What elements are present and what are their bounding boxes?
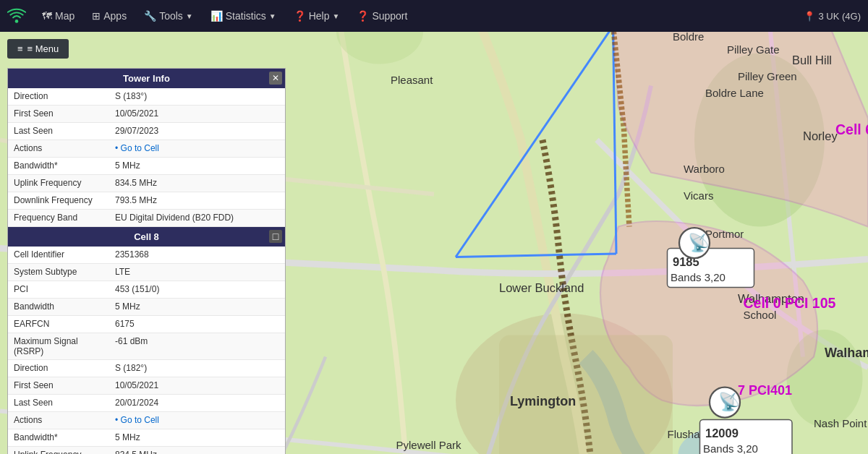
tower-panel-scroll[interactable]: DirectionS (183°)First Seen10/05/2021Las… xyxy=(8,88,285,454)
apps-icon: ⊞ xyxy=(92,10,101,22)
signal-text: 3 UK (4G) xyxy=(818,11,861,22)
goto-cell-link[interactable]: Go to Cell xyxy=(109,412,285,429)
table-row: System SubtypeLTE xyxy=(8,264,285,281)
table-row: Uplink Frequency834.5 MHz xyxy=(8,447,285,454)
table-row: DirectionS (182°) xyxy=(8,360,285,377)
table-row: DirectionS (183°) xyxy=(8,88,285,106)
svg-text:Pilley Green: Pilley Green xyxy=(738,70,797,82)
svg-point-0 xyxy=(15,20,19,23)
table-row: Frequency BandEU Digital Dividend (B20 F… xyxy=(8,210,285,227)
row-value: 6175 xyxy=(109,316,285,333)
table-row: PCI453 (151/0) xyxy=(8,281,285,299)
support-icon: ❓ xyxy=(357,10,369,22)
row-label: Downlink Frequency xyxy=(8,192,109,209)
svg-text:Portmor: Portmor xyxy=(705,228,744,240)
svg-text:Pylewell Park: Pylewell Park xyxy=(396,439,462,451)
table-row: First Seen10/05/2021 xyxy=(8,377,285,395)
svg-text:Norley: Norley xyxy=(803,129,838,142)
nav-help[interactable]: ❓ Help ▼ xyxy=(286,6,347,26)
nav-support[interactable]: ❓ Support xyxy=(349,6,414,26)
row-value: 2351368 xyxy=(109,247,285,263)
svg-text:Pleasant: Pleasant xyxy=(391,74,433,86)
statistics-caret: ▼ xyxy=(269,12,276,20)
svg-text:Boldre: Boldre xyxy=(673,32,704,43)
row-label: Last Seen xyxy=(8,395,109,411)
table-row: First Seen10/05/2021 xyxy=(8,106,285,123)
svg-text:Bull Hill: Bull Hill xyxy=(792,53,832,67)
hamburger-icon: ≡ xyxy=(17,43,23,54)
map-container[interactable]: Battramsley Pilley Bailey Pilley Gate Pi… xyxy=(0,32,868,454)
svg-text:📡: 📡 xyxy=(718,391,740,412)
svg-text:Cell 0 PCI 105: Cell 0 PCI 105 xyxy=(744,295,836,311)
signal-indicator: 📍 3 UK (4G) xyxy=(804,11,861,22)
svg-text:📡: 📡 xyxy=(688,232,710,253)
goto-cell-link[interactable]: Go to Cell xyxy=(109,140,285,157)
row-label: Direction xyxy=(8,88,109,105)
tower-info-panel: Tower Info ✕ DirectionS (183°)First Seen… xyxy=(7,68,286,454)
wifi-icon xyxy=(7,7,26,25)
tools-icon: 🔧 xyxy=(144,10,156,22)
table-row: Cell Identifier2351368 xyxy=(8,247,285,264)
help-icon: ❓ xyxy=(294,10,306,22)
row-label: Uplink Frequency xyxy=(8,175,109,192)
row-value: EU Digital Dividend (B20 FDD) xyxy=(109,210,285,226)
nav-map-label: Map xyxy=(55,10,75,22)
svg-text:Walhampton: Walhampton xyxy=(825,346,868,360)
statistics-icon: 📊 xyxy=(210,10,223,22)
svg-text:12009: 12009 xyxy=(705,427,739,440)
map-icon: 🗺 xyxy=(42,10,52,22)
nav-help-label: Help xyxy=(309,10,330,22)
row-value: S (182°) xyxy=(109,360,285,377)
svg-text:7 PCI401: 7 PCI401 xyxy=(738,383,792,398)
table-row: Maximum Signal (RSRP)-61 dBm xyxy=(8,333,285,360)
row-label: PCI xyxy=(8,281,109,298)
table-row: Bandwidth*5 MHz xyxy=(8,429,285,447)
tools-caret: ▼ xyxy=(186,12,193,20)
navbar: 🗺 Map ⊞ Apps 🔧 Tools ▼ 📊 Statistics ▼ ❓ … xyxy=(0,0,868,32)
row-label: First Seen xyxy=(8,377,109,394)
row-value: 10/05/2021 xyxy=(109,106,285,122)
row-value: LTE xyxy=(109,264,285,280)
row-value: 453 (151/0) xyxy=(109,281,285,298)
cell-link[interactable]: Go to Cell xyxy=(115,143,159,153)
row-value: 834.5 MHz xyxy=(109,175,285,192)
row-label: Uplink Frequency xyxy=(8,447,109,454)
row-value: -61 dBm xyxy=(109,333,285,359)
nav-statistics-label: Statistics xyxy=(226,10,266,22)
help-caret: ▼ xyxy=(332,12,339,20)
nav-map[interactable]: 🗺 Map xyxy=(35,6,82,26)
svg-text:Warboro: Warboro xyxy=(684,163,725,175)
row-label: First Seen xyxy=(8,106,109,122)
cell8-rows: Cell Identifier2351368System SubtypeLTEP… xyxy=(8,247,285,454)
table-row: Downlink Frequency793.5 MHz xyxy=(8,192,285,210)
tower-panel-close-button[interactable]: ✕ xyxy=(269,72,282,85)
menu-label: ≡ Menu xyxy=(27,43,59,54)
menu-button[interactable]: ≡ ≡ Menu xyxy=(7,39,69,59)
table-row: ActionsGo to Cell xyxy=(8,140,285,158)
table-row: ActionsGo to Cell xyxy=(8,412,285,429)
svg-text:Bands 3,20: Bands 3,20 xyxy=(671,271,726,283)
svg-text:Boldre Lane: Boldre Lane xyxy=(705,87,764,99)
brand-logo xyxy=(7,7,26,25)
svg-text:Cell 6 PCI 391: Cell 6 PCI 391 xyxy=(835,121,868,137)
table-row: Uplink Frequency834.5 MHz xyxy=(8,175,285,192)
svg-text:Vicars: Vicars xyxy=(684,189,713,202)
svg-text:Lower Buckland: Lower Buckland xyxy=(499,281,584,294)
row-label: Frequency Band xyxy=(8,210,109,226)
row-label: Maximum Signal (RSRP) xyxy=(8,333,109,359)
svg-text:Lymington: Lymington xyxy=(510,394,576,408)
row-value: 10/05/2021 xyxy=(109,377,285,394)
row-label: System Subtype xyxy=(8,264,109,280)
nav-statistics[interactable]: 📊 Statistics ▼ xyxy=(203,6,284,26)
row-label: Actions xyxy=(8,412,109,429)
row-label: Last Seen xyxy=(8,123,109,140)
location-pin-icon: 📍 xyxy=(804,11,815,22)
cell-link[interactable]: Go to Cell xyxy=(115,415,159,425)
nav-apps[interactable]: ⊞ Apps xyxy=(85,6,134,26)
nav-tools-label: Tools xyxy=(159,10,183,22)
svg-text:Bands 3,20: Bands 3,20 xyxy=(703,442,758,455)
cell8-collapse-button[interactable]: □ xyxy=(269,230,282,243)
cell8-title: Cell 8 xyxy=(134,231,159,242)
nav-tools[interactable]: 🔧 Tools ▼ xyxy=(137,6,200,26)
row-value: S (183°) xyxy=(109,88,285,105)
